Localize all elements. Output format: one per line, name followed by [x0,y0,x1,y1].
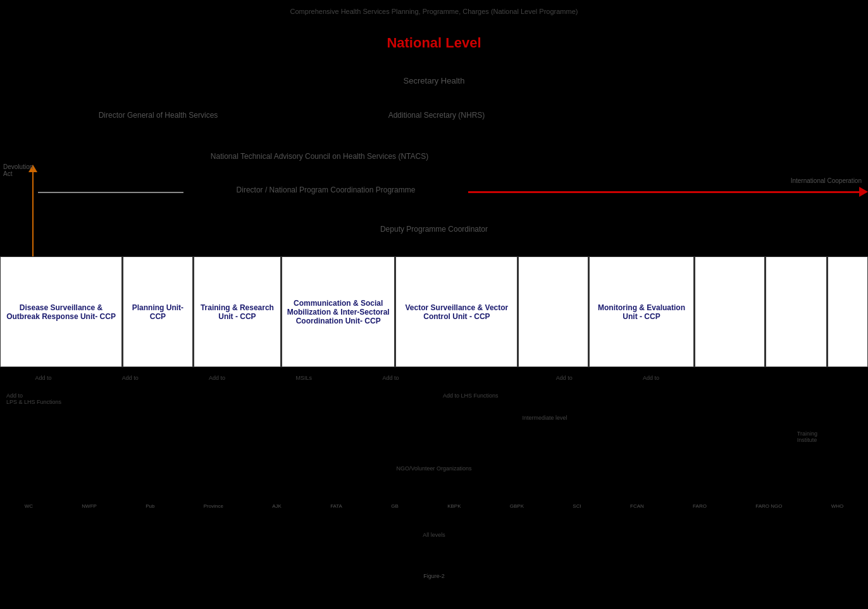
footer-faro: FARO [693,503,707,509]
bottom-label-2: Add to [173,374,260,382]
footer-kbpk: KBPK [447,503,461,509]
international-text: International Cooperation [786,177,862,184]
units-container: Disease Surveillance & Outbreak Response… [0,256,868,367]
deputy-pc-label: Deputy Programme Coordinator [221,225,647,234]
all-levels-label: All levels [0,532,868,538]
bottom-label-4: Add to [347,374,434,382]
arrow-head [859,187,868,197]
footer-gb: GB [391,503,399,509]
page-title: National Level [0,35,868,51]
additional-secretary-label: Additional Secretary (NHRS) [348,111,525,120]
vector-surveillance-unit: Vector Surveillance & Vector Control Uni… [395,256,517,367]
footer-ajk: AJK [272,503,282,509]
footer-who: WHO [831,503,844,509]
header-text: Comprehensive Health Services Planning, … [290,8,578,15]
arrow-line [468,191,859,193]
empty-unit-1 [518,256,588,367]
planning-unit: Planning Unit- CCP [123,256,192,367]
bottom-label-5 [434,374,521,382]
footer-sci: SCI [573,503,581,509]
footer-nwfp: NWFP [82,503,97,509]
bottom-labels-row: Add to Add to Add to MSILs Add to Add to… [0,374,868,382]
provincial-left: Add toLPS & LHS Functions [0,392,158,405]
devolution-label: DevolutionAct [3,163,54,177]
footer-pub: Pub [146,503,154,509]
bottom-footer: WC NWFP Pub Province AJK FATA GB KBPK GB… [0,503,868,509]
top-header: Comprehensive Health Services Planning, … [0,8,868,15]
horizontal-line [38,192,183,193]
empty-unit-4 [828,256,868,367]
axis-line [32,172,34,268]
communication-unit: Communication & Social Mobilization & In… [282,256,394,367]
footer-faro-ngo: FARO NGO [755,503,782,509]
footer-gbpk: GBPK [510,503,524,509]
intermediate-level: Intermediate level [285,415,805,421]
bottom-label-6: Add to [521,374,607,382]
monitoring-unit: Monitoring & Evaluation Unit - CCP [589,256,693,367]
training-research-unit: Training & Research Unit - CCP [194,256,280,367]
dg-health-label: Director General of Health Services [76,111,240,120]
bottom-label-8 [695,374,781,382]
secretary-health-label: Secretary Health [221,76,647,85]
ntac-label: National Technical Advisory Council on H… [177,152,462,161]
empty-unit-2 [695,256,764,367]
provincial-right: Add to LHS Functions [443,392,601,399]
footer-province: Province [204,503,223,509]
bottom-label-7: Add to [607,374,694,382]
ngo-organizations: NGO/Volunteer Organizations [0,465,868,472]
figure-number: Figure-2 [0,573,868,579]
bottom-label-3: MSILs [261,374,347,382]
footer-fata: FATA [330,503,342,509]
bottom-label-9 [781,374,868,382]
bottom-label-0: Add to [0,374,87,382]
international-arrow [468,187,868,197]
bottom-label-1: Add to [87,374,173,382]
footer-fcan: FCAN [630,503,644,509]
training-institute: TrainingInstitute [797,430,817,443]
empty-unit-3 [766,256,826,367]
director-label: Director / National Program Coordination… [183,185,468,194]
footer-wc: WC [25,503,33,509]
disease-surveillance-unit: Disease Surveillance & Outbreak Response… [0,256,121,367]
